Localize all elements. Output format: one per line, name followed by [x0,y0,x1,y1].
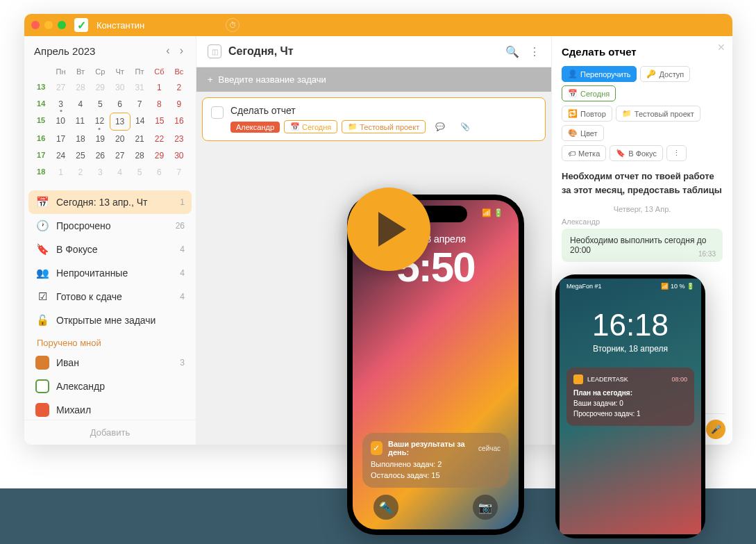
calendar-outline-icon: ◫ [208,44,221,58]
calendar-prev-button[interactable]: ‹ [163,43,172,58]
detail-description: Необходим отчет по твоей работе за этот … [562,170,723,197]
project-pill[interactable]: 📁Тестовый проект [616,106,700,122]
more-icon[interactable]: ⋮ [529,45,540,58]
plus-icon: + [208,74,213,85]
reassign-pill[interactable]: 👤Перепоручить [562,66,637,82]
notification-card[interactable]: ✓ Ваши результаты за день: сейчас Выполн… [362,433,509,488]
folder-icon: 📁 [622,109,632,118]
add-button[interactable]: Добавить [24,420,196,445]
bookmark-icon: 🔖 [616,149,625,158]
calendar-small-icon: 📅 [290,122,300,131]
username-label: Константин [96,20,144,31]
more-pill[interactable]: ⋮ [666,145,687,161]
nav-overdue[interactable]: 🕐Просрочено26 [28,214,192,238]
user-icon: 👤 [568,69,578,79]
calendar-month-label: Апрель 2023 [34,45,95,57]
search-icon[interactable]: 🔍 [505,45,519,58]
nav-ready[interactable]: ☑Готово к сдаче4 [28,285,192,308]
nav-shared[interactable]: 🔓Открытые мне задачи [28,308,192,332]
check-icon: ✓ [77,19,86,32]
project-chip[interactable]: 📁Тестовый проект [342,120,426,133]
camera-button[interactable]: 📷 [473,495,498,520]
date-chip[interactable]: 📅Сегодня [284,120,337,133]
close-window-button[interactable] [31,21,40,29]
titlebar: ✓ Константин ⏱ [24,14,732,36]
task-title: Сделать отчет [230,105,537,116]
app-icon [573,374,583,384]
calendar-grid: Пн Вт Ср Чт Пт Сб Вс 13272829303112 1434… [24,63,196,188]
nav-today[interactable]: 📅Сегодня: 13 апр., Чт1 [28,190,192,214]
avatar [35,356,49,370]
wifi-icon: 📶 [661,283,669,290]
app-icon: ✓ [371,441,383,455]
color-pill[interactable]: 🎨Цвет [562,125,604,141]
lockscreen-date: Вторник, 18 апреля [560,344,701,354]
repeat-icon: 🔁 [568,109,578,118]
task-checkbox[interactable] [211,106,224,119]
signal-icon: 📶 🔋 [482,208,503,217]
dashboard-icon[interactable]: ⏱ [226,18,240,32]
chat-from: Александр [562,217,723,226]
repeat-pill[interactable]: 🔁Повтор [562,106,612,122]
nav-list: 📅Сегодня: 13 апр., Чт1 🕐Просрочено26 🔖В … [24,188,196,420]
lockscreen-time: 16:18 [560,308,701,343]
center-header: ◫ Сегодня, Чт 🔍 ⋮ [196,36,551,67]
chat-icon[interactable]: 💬 [430,121,451,133]
mic-button[interactable]: 🎤 [706,420,725,439]
nav-unread[interactable]: 👥Непрочитанные4 [28,261,192,285]
avatar [35,379,49,393]
check-square-icon: ☑ [35,290,49,304]
people-icon: 👥 [35,266,49,280]
play-icon [378,212,406,247]
add-task-input[interactable]: +Введите название задачи [196,67,551,92]
chat-message: Необходимо выполнить сегодня до 20:00 16… [562,229,723,262]
nav-focus[interactable]: 🔖В Фокусе4 [28,238,192,261]
section-delegated-by-me: Поручено мной [28,332,192,351]
calendar-icon: 📅 [35,195,49,209]
sidebar: Апрель 2023 ‹ › Пн Вт Ср Чт Пт Сб Вс 132… [24,36,196,445]
lock-icon: 🔓 [35,313,49,327]
status-bar: MegaFon #1 📶 10 % 🔋 [560,279,701,294]
focus-pill[interactable]: 🔖В Фокус [610,145,663,161]
tag-icon: 🏷 [568,149,576,158]
avatar [35,403,49,417]
attach-icon[interactable]: 📎 [455,121,476,133]
calendar-next-button[interactable]: › [177,43,186,58]
minimize-window-button[interactable] [44,21,53,29]
clock-icon: 🕐 [35,219,49,233]
bookmark-icon: 🔖 [35,242,49,256]
center-title: Сегодня, Чт [228,45,294,58]
assignee-mikhail[interactable]: Михаил [28,398,192,420]
today-pill[interactable]: 📅Сегодня [562,85,616,101]
chat-date: Четверг, 13 Апр. [562,205,723,213]
key-icon: 🔑 [646,69,656,79]
close-detail-button[interactable]: ✕ [717,42,725,53]
detail-title: Сделать отчет [562,46,723,58]
folder-icon: 📁 [348,122,358,131]
phone-mockup-small: MegaFon #1 📶 10 % 🔋 16:18 Вторник, 18 ап… [555,274,705,538]
app-logo: ✓ [74,18,88,32]
assignee-ivan[interactable]: Иван3 [28,351,192,374]
maximize-window-button[interactable] [58,21,66,29]
assignee-alexander[interactable]: Александр [28,374,192,398]
palette-icon: 🎨 [568,129,578,138]
calendar-header: Апрель 2023 ‹ › [24,36,196,63]
play-video-button[interactable] [347,188,430,271]
tag-pill[interactable]: 🏷Метка [562,145,606,161]
window-controls [31,21,66,29]
calendar-small-icon: 📅 [568,89,578,98]
access-pill[interactable]: 🔑Доступ [640,66,690,82]
assignee-chip[interactable]: Александр [230,122,280,133]
task-card[interactable]: Сделать отчет Александр 📅Сегодня 📁Тестов… [202,97,546,141]
notification-card[interactable]: LEADERTASK 08:00 План на сегодня: Ваши з… [566,368,694,426]
calendar-today[interactable]: 13 [110,113,131,131]
flashlight-button[interactable]: 🔦 [373,495,398,520]
